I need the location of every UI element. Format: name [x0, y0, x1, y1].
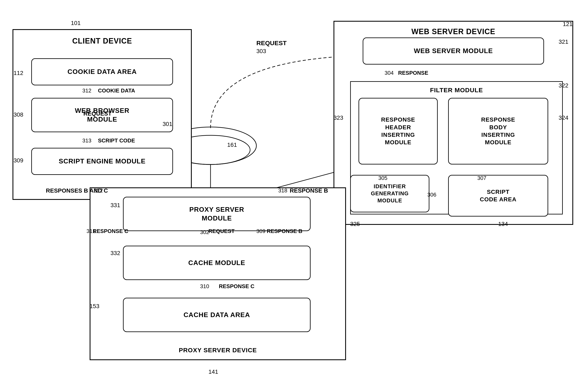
ref-141: 141: [209, 368, 218, 375]
ref-121: 121: [563, 21, 573, 27]
response-b-bottom-label: RESPONSE B: [267, 228, 302, 234]
response-c-bottom-label: RESPONSE C: [219, 283, 254, 290]
response-header-inserting: RESPONSE HEADER INSERTING MODULE: [358, 98, 438, 165]
web-server-module-label: WEB SERVER MODULE: [414, 47, 493, 55]
diagram-container: CLIENT DEVICE COOKIE DATA AREA WEB BROWS…: [0, 0, 588, 381]
request-top-label: REQUEST: [256, 39, 287, 47]
ref-305: 305: [378, 175, 387, 181]
ref-306: 306: [427, 191, 436, 198]
request-proxy-label: REQUEST: [209, 228, 235, 234]
cookie-data-label: COOKIE DATA: [98, 87, 135, 94]
ref-312-cookie: 312: [82, 87, 91, 94]
ref-331: 331: [110, 202, 120, 209]
ref-309b: 309: [256, 228, 265, 234]
web-server-module: WEB SERVER MODULE: [363, 38, 544, 65]
ref-101: 101: [71, 20, 81, 26]
ref-318: 318: [278, 187, 287, 194]
ref-311: 311: [86, 228, 95, 234]
ref-304: 304: [385, 70, 394, 76]
proxy-server-module-label: PROXY SERVER MODULE: [189, 205, 244, 223]
filter-module-label: FILTER MODULE: [430, 86, 483, 94]
cookie-data-area-label: COOKIE DATA AREA: [67, 67, 137, 76]
cache-data-area-label: CACHE DATA AREA: [184, 311, 250, 319]
cookie-data-area: COOKIE DATA AREA: [31, 58, 173, 85]
ref-322: 322: [559, 82, 568, 89]
script-engine-label: SCRIPT ENGINE MODULE: [59, 157, 146, 166]
request-mid-label: REQUEST: [83, 110, 111, 117]
response-header-label: RESPONSE HEADER INSERTING MODULE: [381, 116, 415, 146]
ref-323: 323: [334, 114, 343, 121]
script-code-area-label: SCRIPT CODE AREA: [480, 188, 517, 203]
ref-112: 112: [14, 70, 23, 76]
ref-312b: 312: [94, 187, 103, 194]
web-server-device-label: WEB SERVER DEVICE: [411, 27, 495, 37]
ref-303: 303: [256, 48, 266, 55]
ref-308: 308: [14, 111, 23, 118]
script-code-area: SCRIPT CODE AREA: [448, 175, 548, 216]
script-engine-module: SCRIPT ENGINE MODULE: [31, 148, 173, 175]
proxy-server-device-label: PROXY SERVER DEVICE: [179, 346, 257, 354]
ref-324: 324: [559, 114, 568, 121]
cache-module-label: CACHE MODULE: [188, 259, 245, 267]
script-code-label: SCRIPT CODE: [98, 137, 135, 144]
ref-309: 309: [14, 157, 23, 164]
ref-153: 153: [90, 303, 99, 310]
ref-161: 161: [227, 142, 237, 148]
response-c-label: RESPONSE C: [93, 228, 128, 234]
response-body-label: RESPONSE BODY INSERTING MODULE: [481, 116, 515, 146]
ref-301: 301: [163, 121, 172, 127]
cache-data-area: CACHE DATA AREA: [123, 298, 311, 332]
ref-313: 313: [82, 137, 91, 144]
ref-307: 307: [477, 175, 486, 181]
response-body-inserting: RESPONSE BODY INSERTING MODULE: [448, 98, 548, 165]
identifier-generating-label: IDENTIFIER GENERATING MODULE: [371, 183, 409, 204]
ref-302-label: 302: [200, 229, 209, 235]
ref-134: 134: [498, 221, 508, 227]
proxy-server-module: PROXY SERVER MODULE: [123, 197, 311, 231]
response-b-right-label: RESPONSE B: [290, 187, 328, 194]
ref-310: 310: [200, 283, 209, 290]
identifier-generating: IDENTIFIER GENERATING MODULE: [350, 175, 429, 212]
response-304-label: RESPONSE: [398, 70, 428, 76]
ref-321: 321: [559, 38, 568, 45]
cache-module: CACHE MODULE: [123, 246, 311, 280]
client-device-label: CLIENT DEVICE: [72, 36, 132, 46]
ref-332: 332: [110, 250, 120, 256]
ref-325: 325: [350, 221, 360, 227]
